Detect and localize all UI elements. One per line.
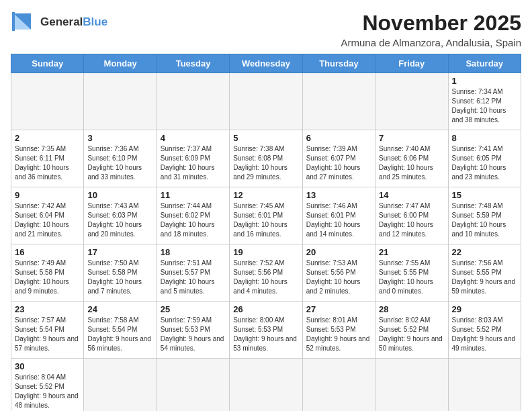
day-info: Sunrise: 7:52 AMSunset: 5:56 PMDaylight:… <box>233 259 298 296</box>
calendar-day-cell: 22Sunrise: 7:56 AMSunset: 5:55 PMDayligh… <box>448 244 521 302</box>
day-info: Sunrise: 8:04 AMSunset: 5:52 PMDaylight:… <box>15 373 80 410</box>
calendar-day-cell: 13Sunrise: 7:46 AMSunset: 6:01 PMDayligh… <box>302 187 375 244</box>
calendar-day-cell: 10Sunrise: 7:43 AMSunset: 6:03 PMDayligh… <box>84 187 157 244</box>
day-number: 28 <box>379 304 444 314</box>
day-info: Sunrise: 7:51 AMSunset: 5:57 PMDaylight:… <box>161 259 226 296</box>
day-info: Sunrise: 7:44 AMSunset: 6:02 PMDaylight:… <box>161 201 226 239</box>
calendar-day-cell: 21Sunrise: 7:55 AMSunset: 5:55 PMDayligh… <box>375 244 448 302</box>
calendar-day-cell: 29Sunrise: 8:03 AMSunset: 5:52 PMDayligh… <box>448 302 521 359</box>
calendar-day-cell: 6Sunrise: 7:39 AMSunset: 6:07 PMDaylight… <box>302 130 375 187</box>
calendar-day-cell: 27Sunrise: 8:01 AMSunset: 5:53 PMDayligh… <box>302 302 375 359</box>
page-title: November 2025 <box>341 11 522 36</box>
day-number: 16 <box>15 247 80 257</box>
logo-general: General <box>40 15 83 28</box>
day-info: Sunrise: 7:39 AMSunset: 6:07 PMDaylight:… <box>306 144 371 182</box>
svg-rect-2 <box>12 12 15 31</box>
day-info: Sunrise: 7:53 AMSunset: 5:56 PMDaylight:… <box>306 259 371 296</box>
logo-blue: Blue <box>83 15 107 28</box>
day-number: 26 <box>233 304 298 314</box>
day-number: 4 <box>161 133 226 143</box>
day-number: 17 <box>87 247 152 257</box>
calendar-header-row: SundayMondayTuesdayWednesdayThursdayFrid… <box>11 54 521 73</box>
calendar-day-cell: 19Sunrise: 7:52 AMSunset: 5:56 PMDayligh… <box>230 244 302 302</box>
day-info: Sunrise: 7:50 AMSunset: 5:58 PMDaylight:… <box>87 259 152 296</box>
day-info: Sunrise: 7:59 AMSunset: 5:53 PMDaylight:… <box>161 316 226 353</box>
day-number: 7 <box>379 133 444 143</box>
calendar-day-cell: 26Sunrise: 8:00 AMSunset: 5:53 PMDayligh… <box>230 302 302 359</box>
title-block: November 2025 Armuna de Almanzora, Andal… <box>341 11 522 48</box>
day-of-week-header: Friday <box>375 54 448 73</box>
day-number: 10 <box>87 190 152 200</box>
calendar-week-row: 9Sunrise: 7:42 AMSunset: 6:04 PMDaylight… <box>11 187 521 244</box>
calendar-day-cell: 16Sunrise: 7:49 AMSunset: 5:58 PMDayligh… <box>11 244 84 302</box>
calendar-day-cell: 15Sunrise: 7:48 AMSunset: 5:59 PMDayligh… <box>448 187 521 244</box>
day-number: 15 <box>452 190 517 200</box>
calendar-week-row: 16Sunrise: 7:49 AMSunset: 5:58 PMDayligh… <box>11 244 521 302</box>
calendar-day-cell: 23Sunrise: 7:57 AMSunset: 5:54 PMDayligh… <box>11 302 84 359</box>
day-info: Sunrise: 7:42 AMSunset: 6:04 PMDaylight:… <box>15 201 80 239</box>
day-number: 20 <box>306 247 371 257</box>
day-info: Sunrise: 7:48 AMSunset: 5:59 PMDaylight:… <box>452 201 517 239</box>
day-number: 12 <box>233 190 298 200</box>
day-number: 2 <box>15 133 80 143</box>
day-info: Sunrise: 7:46 AMSunset: 6:01 PMDaylight:… <box>306 201 371 239</box>
calendar-day-cell <box>375 359 448 412</box>
day-info: Sunrise: 7:34 AMSunset: 6:12 PMDaylight:… <box>452 87 517 125</box>
day-info: Sunrise: 7:56 AMSunset: 5:55 PMDaylight:… <box>452 259 517 296</box>
day-info: Sunrise: 7:37 AMSunset: 6:09 PMDaylight:… <box>161 144 226 182</box>
calendar-day-cell: 12Sunrise: 7:45 AMSunset: 6:01 PMDayligh… <box>230 187 302 244</box>
logo: GeneralBlue <box>11 11 107 34</box>
calendar-day-cell: 17Sunrise: 7:50 AMSunset: 5:58 PMDayligh… <box>84 244 157 302</box>
calendar-week-row: 2Sunrise: 7:35 AMSunset: 6:11 PMDaylight… <box>11 130 521 187</box>
calendar-day-cell: 30Sunrise: 8:04 AMSunset: 5:52 PMDayligh… <box>11 359 84 412</box>
day-number: 19 <box>233 247 298 257</box>
calendar-day-cell: 3Sunrise: 7:36 AMSunset: 6:10 PMDaylight… <box>84 130 157 187</box>
day-info: Sunrise: 7:58 AMSunset: 5:54 PMDaylight:… <box>87 316 152 353</box>
day-number: 25 <box>161 304 226 314</box>
day-of-week-header: Sunday <box>11 54 84 73</box>
calendar-day-cell <box>230 359 302 412</box>
calendar-day-cell: 28Sunrise: 8:02 AMSunset: 5:52 PMDayligh… <box>375 302 448 359</box>
calendar-day-cell <box>11 73 84 130</box>
day-number: 22 <box>452 247 517 257</box>
calendar-week-row: 1Sunrise: 7:34 AMSunset: 6:12 PMDaylight… <box>11 73 521 130</box>
calendar-day-cell <box>230 73 302 130</box>
day-info: Sunrise: 7:43 AMSunset: 6:03 PMDaylight:… <box>87 201 152 239</box>
day-number: 27 <box>306 304 371 314</box>
day-number: 24 <box>87 304 152 314</box>
day-of-week-header: Wednesday <box>230 54 302 73</box>
calendar-day-cell <box>375 73 448 130</box>
calendar-day-cell: 1Sunrise: 7:34 AMSunset: 6:12 PMDaylight… <box>448 73 521 130</box>
calendar-day-cell <box>84 359 157 412</box>
calendar-day-cell: 18Sunrise: 7:51 AMSunset: 5:57 PMDayligh… <box>157 244 229 302</box>
page-header: GeneralBlue November 2025 Armuna de Alma… <box>11 11 521 48</box>
day-of-week-header: Thursday <box>302 54 375 73</box>
calendar-day-cell <box>157 359 229 412</box>
day-number: 11 <box>161 190 226 200</box>
day-number: 8 <box>452 133 517 143</box>
calendar-table: SundayMondayTuesdayWednesdayThursdayFrid… <box>11 54 521 411</box>
calendar-day-cell: 14Sunrise: 7:47 AMSunset: 6:00 PMDayligh… <box>375 187 448 244</box>
calendar-day-cell: 2Sunrise: 7:35 AMSunset: 6:11 PMDaylight… <box>11 130 84 187</box>
calendar-day-cell: 25Sunrise: 7:59 AMSunset: 5:53 PMDayligh… <box>157 302 229 359</box>
calendar-day-cell <box>157 73 229 130</box>
day-number: 30 <box>15 361 80 371</box>
day-info: Sunrise: 7:36 AMSunset: 6:10 PMDaylight:… <box>87 144 152 182</box>
day-info: Sunrise: 8:01 AMSunset: 5:53 PMDaylight:… <box>306 316 371 353</box>
calendar-week-row: 30Sunrise: 8:04 AMSunset: 5:52 PMDayligh… <box>11 359 521 412</box>
day-info: Sunrise: 7:55 AMSunset: 5:55 PMDaylight:… <box>379 259 444 296</box>
day-number: 18 <box>161 247 226 257</box>
day-number: 21 <box>379 247 444 257</box>
calendar-day-cell: 8Sunrise: 7:41 AMSunset: 6:05 PMDaylight… <box>448 130 521 187</box>
calendar-day-cell: 9Sunrise: 7:42 AMSunset: 6:04 PMDaylight… <box>11 187 84 244</box>
day-of-week-header: Tuesday <box>157 54 229 73</box>
day-info: Sunrise: 7:35 AMSunset: 6:11 PMDaylight:… <box>15 144 80 182</box>
calendar-week-row: 23Sunrise: 7:57 AMSunset: 5:54 PMDayligh… <box>11 302 521 359</box>
calendar-day-cell: 20Sunrise: 7:53 AMSunset: 5:56 PMDayligh… <box>302 244 375 302</box>
calendar-day-cell <box>302 359 375 412</box>
day-of-week-header: Monday <box>84 54 157 73</box>
page-subtitle: Armuna de Almanzora, Andalusia, Spain <box>341 37 522 48</box>
day-number: 6 <box>306 133 371 143</box>
day-number: 13 <box>306 190 371 200</box>
day-info: Sunrise: 8:03 AMSunset: 5:52 PMDaylight:… <box>452 316 517 353</box>
